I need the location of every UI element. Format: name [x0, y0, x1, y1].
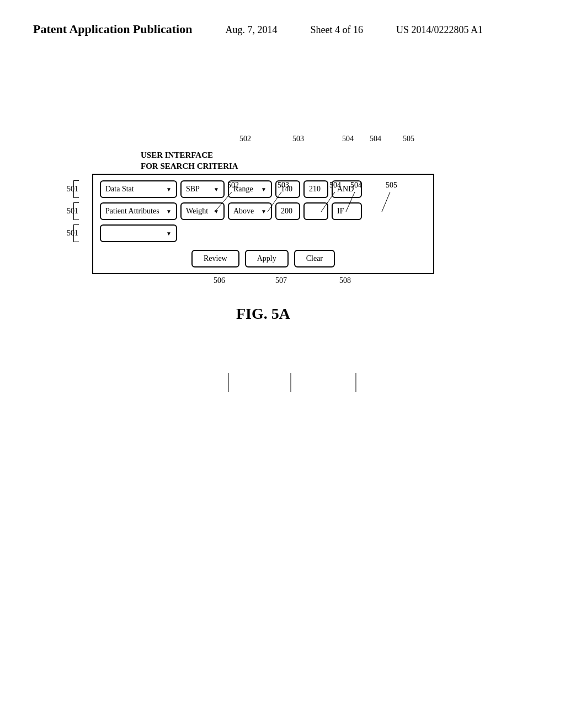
col4a-row2[interactable]: 200 [275, 202, 300, 220]
dropdown-arrow-icon: ▼ [214, 208, 219, 215]
ui-search-box: 501 Data Stat ▼ SBP ▼ Range [92, 174, 434, 274]
callout-507: 507 [275, 276, 287, 285]
col4a-row1[interactable]: 140 [275, 180, 300, 198]
col1-row3[interactable]: ▼ [100, 224, 177, 242]
callout-504b-top: 504 [370, 135, 381, 143]
dropdown-arrow-icon: ▼ [261, 208, 266, 215]
col1-row2[interactable]: Patient Attributes ▼ [100, 202, 177, 220]
diagram-wrapper: 502 503 504 504 505 USER INTERFACE FOR S… [76, 147, 489, 323]
table-row: 501 Data Stat ▼ SBP ▼ Range [100, 180, 427, 198]
dropdown-arrow-icon: ▼ [214, 186, 219, 192]
table-row: 501 ▼ [100, 224, 427, 242]
patent-number: US 2014/0222805 A1 [396, 24, 483, 36]
dropdown-arrow-icon: ▼ [261, 186, 266, 192]
col2-row1[interactable]: SBP ▼ [180, 180, 225, 198]
review-button[interactable]: Review [191, 250, 239, 267]
diagram-layout: USER INTERFACE FOR SEARCH CRITERIA 501 D… [92, 150, 489, 323]
callout-svg-bottom [92, 373, 445, 400]
col3-row1[interactable]: Range ▼ [228, 180, 272, 198]
dropdown-arrow-icon: ▼ [166, 231, 172, 237]
publication-date: Aug. 7, 2014 [225, 24, 277, 36]
bottom-callouts: 506 507 508 [92, 274, 434, 296]
callout-502-top: 502 [239, 135, 251, 143]
main-content: 502 503 504 504 505 USER INTERFACE FOR S… [0, 147, 565, 323]
col1-row1[interactable]: Data Stat ▼ [100, 180, 177, 198]
callout-505-top: 505 [403, 135, 414, 143]
figure-caption: FIG. 5A [92, 305, 434, 323]
sheet-info: Sheet 4 of 16 [310, 24, 363, 36]
apply-button[interactable]: Apply [245, 250, 289, 267]
clear-button[interactable]: Clear [294, 250, 335, 267]
ui-label: USER INTERFACE FOR SEARCH CRITERIA [141, 150, 238, 172]
callout-503-top: 503 [292, 135, 304, 143]
dropdown-arrow-icon: ▼ [166, 208, 172, 215]
col5-row1[interactable]: AND [332, 180, 362, 198]
page-header: Patent Application Publication Aug. 7, 2… [0, 0, 565, 36]
table-row: 501 Patient Attributes ▼ Weight ▼ Above [100, 202, 427, 220]
publication-title: Patent Application Publication [33, 22, 192, 36]
callout-508: 508 [339, 276, 351, 285]
button-row: Review Apply Clear [100, 250, 427, 267]
dropdown-arrow-icon: ▼ [166, 186, 172, 192]
col3-row2[interactable]: Above ▼ [228, 202, 272, 220]
callout-504a-top: 504 [342, 135, 354, 143]
col4b-row2[interactable] [303, 202, 328, 220]
callout-506: 506 [214, 276, 225, 285]
col5-row2[interactable]: IF [332, 202, 362, 220]
col2-row2[interactable]: Weight ▼ [180, 202, 225, 220]
col4b-row1[interactable]: 210 [303, 180, 328, 198]
